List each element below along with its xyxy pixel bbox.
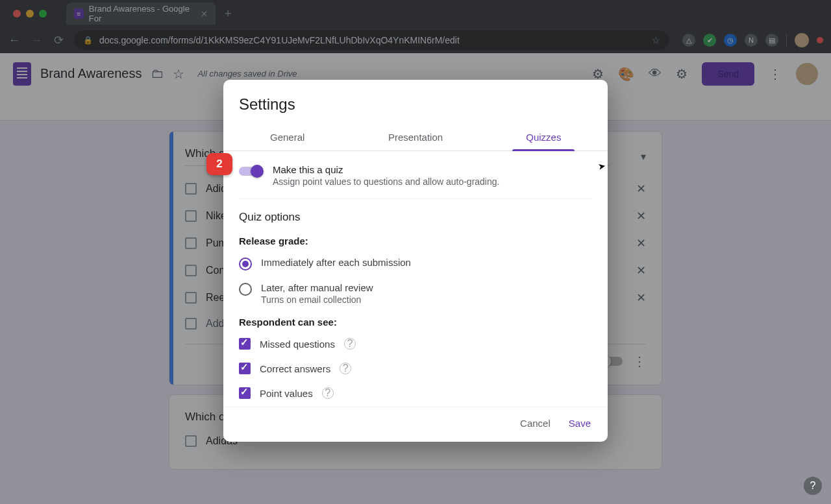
point-values-label: Point values <box>260 388 313 399</box>
checkbox-checked-icon[interactable] <box>239 338 251 350</box>
dialog-title: Settings <box>223 80 608 124</box>
radio-selected-icon[interactable] <box>239 258 252 270</box>
dialog-tabs: General Presentation Quizzes <box>223 124 608 151</box>
settings-dialog: Settings General Presentation Quizzes Ma… <box>223 80 608 442</box>
release-later-row[interactable]: Later, after manual review Turns on emai… <box>239 282 592 305</box>
release-immediate-label: Immediately after each submission <box>261 257 411 268</box>
tab-general[interactable]: General <box>223 124 351 150</box>
make-quiz-desc: Assign point values to questions and all… <box>273 176 499 187</box>
release-later-label: Later, after manual review <box>261 282 373 293</box>
missed-questions-row[interactable]: Missed questions ? <box>239 338 592 350</box>
checkbox-checked-icon[interactable] <box>239 387 251 399</box>
dialog-body: Make this a quiz Assign point values to … <box>223 151 608 407</box>
dialog-footer: Cancel Save <box>223 407 608 442</box>
correct-answers-label: Correct answers <box>260 363 330 374</box>
annotation-badge: 2 <box>206 153 232 175</box>
correct-answers-row[interactable]: Correct answers ? <box>239 363 592 374</box>
cursor-icon: ➤ <box>597 160 607 172</box>
checkbox-checked-icon[interactable] <box>239 363 251 374</box>
release-later-desc: Turns on email collection <box>261 294 373 305</box>
make-quiz-label: Make this a quiz <box>273 164 499 175</box>
make-quiz-row: Make this a quiz Assign point values to … <box>239 164 592 199</box>
help-icon[interactable]: ? <box>340 363 351 374</box>
save-button[interactable]: Save <box>569 418 591 429</box>
tab-quizzes[interactable]: Quizzes <box>480 124 608 150</box>
release-immediate-row[interactable]: Immediately after each submission <box>239 257 592 270</box>
release-grade-heading: Release grade: <box>239 235 592 246</box>
respondent-heading: Respondent can see: <box>239 317 592 328</box>
tab-presentation[interactable]: Presentation <box>351 124 479 150</box>
help-fab[interactable]: ? <box>804 477 822 495</box>
make-quiz-toggle[interactable] <box>239 167 262 176</box>
radio-unselected-icon[interactable] <box>239 283 252 296</box>
point-values-row[interactable]: Point values ? <box>239 387 592 399</box>
help-icon[interactable]: ? <box>322 387 334 399</box>
missed-questions-label: Missed questions <box>260 339 335 350</box>
cancel-button[interactable]: Cancel <box>520 418 551 429</box>
help-icon[interactable]: ? <box>344 338 356 350</box>
quiz-options-heading: Quiz options <box>239 211 592 224</box>
